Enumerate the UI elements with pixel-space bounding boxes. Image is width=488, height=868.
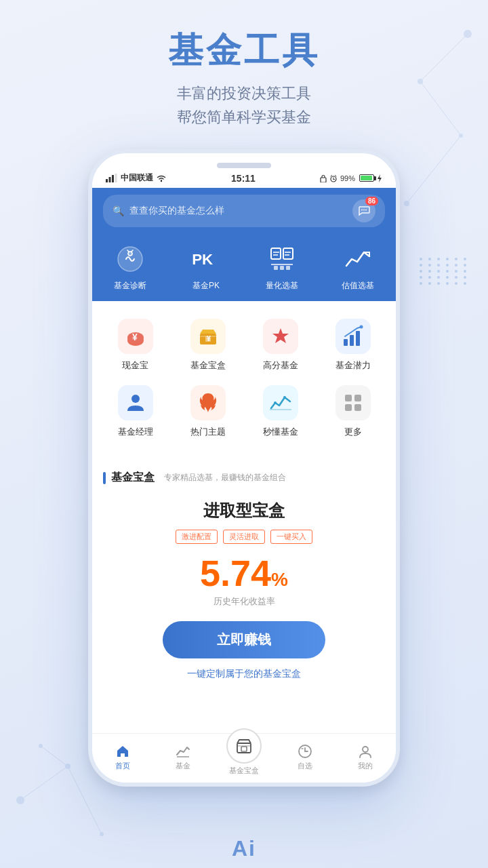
fund-box-card: 进取型宝盒 激进配置 灵活进取 一键买入 5.74% 历史年化收益率 立即赚钱 … <box>103 493 385 694</box>
nav-fundbox-center[interactable]: 基金宝盒 <box>214 739 274 776</box>
message-icon <box>358 205 370 216</box>
svg-line-23 <box>331 175 332 176</box>
nav-item-quant[interactable]: 量化选基 <box>244 242 320 292</box>
nav-label-diagnosis: 基金诊断 <box>114 280 146 292</box>
grid-item-cash[interactable]: ¥ 现金宝 <box>99 312 171 378</box>
section-card: 基金宝盒 专家精品选基，最赚钱的基金组合 进取型宝盒 激进配置 灵活进取 一键买… <box>92 461 396 703</box>
status-time: 15:11 <box>231 173 256 184</box>
svg-rect-37 <box>280 266 284 270</box>
svg-rect-38 <box>286 266 290 270</box>
nav-label-mine: 我的 <box>358 761 373 771</box>
nav-label-quant: 量化选基 <box>266 280 298 292</box>
section-bar <box>103 472 106 484</box>
svg-text:¥: ¥ <box>132 332 138 342</box>
svg-line-24 <box>335 175 336 176</box>
svg-line-13 <box>407 136 461 203</box>
search-placeholder: 查查你买的基金怎么样 <box>129 205 347 217</box>
status-bar: 中国联通 15:11 99% <box>92 168 396 188</box>
svg-point-0 <box>16 796 24 804</box>
nav-fund[interactable]: 基金 <box>153 744 214 771</box>
mine-icon <box>358 744 373 759</box>
svg-rect-17 <box>115 174 117 182</box>
nav-label-home: 首页 <box>115 761 130 771</box>
grid-item-fundbox[interactable]: ¥ 基金宝盒 <box>171 312 244 378</box>
watchlist-icon <box>298 744 312 759</box>
message-button[interactable]: 86 <box>352 199 375 222</box>
svg-rect-15 <box>109 177 111 182</box>
nav-item-pk[interactable]: PK 基金PK <box>168 242 244 292</box>
grid-item-hot[interactable]: 热门主题 <box>171 378 244 445</box>
nav-mine[interactable]: 我的 <box>335 744 396 771</box>
svg-point-53 <box>131 395 140 403</box>
page-header: 基金工具 丰富的投资决策工具 帮您简单科学买基金 <box>0 0 488 142</box>
icon-grid: ¥ 现金宝 ¥ 基金宝盒 <box>92 301 396 456</box>
grid-item-manager[interactable]: 基金经理 <box>99 378 171 445</box>
signal-icon <box>106 174 118 182</box>
nav-home[interactable]: 首页 <box>92 744 153 771</box>
svg-text:PK: PK <box>192 251 213 268</box>
fundbox-center-icon <box>226 728 262 764</box>
fund-tags: 激进配置 灵活进取 一键买入 <box>103 530 385 544</box>
earn-button[interactable]: 立即赚钱 <box>163 621 325 658</box>
alarm-icon <box>329 174 338 182</box>
svg-point-27 <box>365 210 367 211</box>
page-subtitle: 丰富的投资决策工具 帮您简单科学买基金 <box>0 81 488 129</box>
section-title: 基金宝盒 <box>111 471 155 485</box>
svg-point-2 <box>39 744 43 748</box>
svg-point-52 <box>359 326 363 329</box>
battery-percent: 99% <box>340 174 355 182</box>
svg-rect-58 <box>345 404 352 411</box>
svg-rect-36 <box>274 266 278 270</box>
nav-label-valuation: 估值选基 <box>342 280 374 292</box>
svg-line-5 <box>41 746 68 766</box>
grid-label-highscore: 高分基金 <box>263 359 298 372</box>
grid-item-highscore[interactable]: 高分基金 <box>244 312 317 378</box>
bottom-nav: 首页 基金 基金宝盒 <box>92 733 396 783</box>
fund-tag-2: 一键买入 <box>270 530 312 544</box>
svg-rect-49 <box>344 339 348 346</box>
fund-rate: 5.74% <box>103 555 385 591</box>
phone-speaker <box>217 163 271 168</box>
svg-rect-57 <box>354 395 361 401</box>
grid-label-potential: 基金潜力 <box>336 359 371 372</box>
grid-item-more[interactable]: 更多 <box>317 378 389 445</box>
section-subtitle: 专家精品选基，最赚钱的基金组合 <box>164 472 286 484</box>
fund-rate-label: 历史年化收益率 <box>103 595 385 608</box>
svg-rect-19 <box>321 178 326 182</box>
svg-point-55 <box>283 396 286 399</box>
svg-line-4 <box>20 766 68 800</box>
nav-item-diagnosis[interactable]: 基金诊断 <box>92 242 168 292</box>
search-icon: 🔍 <box>113 205 124 216</box>
top-nav: 基金诊断 PK 基金PK <box>92 237 396 301</box>
fund-box-title: 进取型宝盒 <box>103 500 385 521</box>
grid-label-cash: 现金宝 <box>122 359 148 372</box>
charging-icon <box>377 174 382 182</box>
grid-label-manager: 基金经理 <box>118 426 153 438</box>
fund-icon <box>176 744 190 759</box>
grid-label-understand: 秒懂基金 <box>263 426 298 438</box>
grid-item-potential[interactable]: 基金潜力 <box>317 312 389 378</box>
phone-mockup: 中国联通 15:11 99% <box>88 149 400 787</box>
svg-point-26 <box>363 210 365 211</box>
svg-point-25 <box>361 210 363 211</box>
svg-rect-62 <box>241 747 247 751</box>
svg-rect-14 <box>106 179 108 182</box>
carrier-label: 中国联通 <box>121 172 153 184</box>
nav-watchlist[interactable]: 自选 <box>274 744 336 771</box>
custom-link[interactable]: 一键定制属于您的基金宝盒 <box>103 668 385 680</box>
svg-rect-51 <box>356 331 360 346</box>
wifi-icon <box>156 174 167 182</box>
fund-tag-0: 激进配置 <box>176 530 218 544</box>
nav-label-fundbox: 基金宝盒 <box>229 766 259 776</box>
grid-item-understand[interactable]: 秒懂基金 <box>244 378 317 445</box>
svg-point-54 <box>274 401 277 404</box>
svg-text:¥: ¥ <box>207 335 211 342</box>
grid-label-hot: 热门主题 <box>190 426 226 438</box>
search-bar[interactable]: 🔍 查查你买的基金怎么样 86 <box>103 195 385 227</box>
svg-point-1 <box>65 764 70 769</box>
ai-label: Ai <box>232 836 256 861</box>
svg-point-29 <box>128 252 132 256</box>
svg-rect-50 <box>350 335 354 346</box>
svg-point-10 <box>404 201 409 206</box>
nav-item-valuation[interactable]: 估值选基 <box>320 242 396 292</box>
